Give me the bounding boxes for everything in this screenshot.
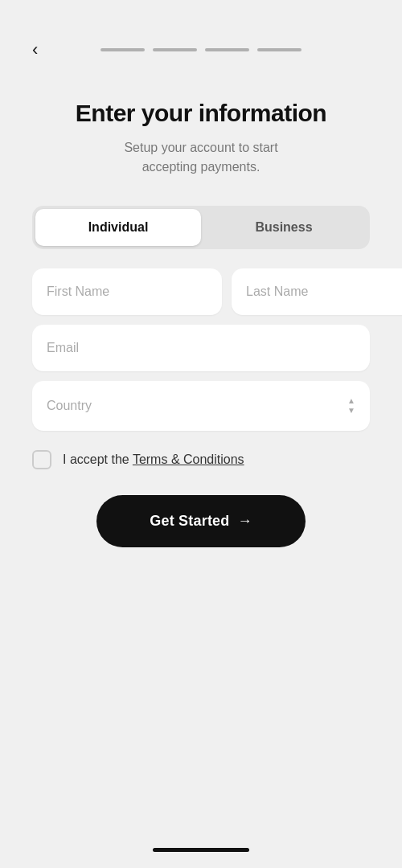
- page-title: Enter your information: [32, 100, 370, 127]
- progress-dash-4: [257, 48, 302, 51]
- home-indicator: [153, 848, 249, 852]
- toggle-business[interactable]: Business: [201, 209, 367, 246]
- terms-checkbox[interactable]: [32, 450, 51, 469]
- get-started-button[interactable]: Get Started →: [96, 495, 306, 547]
- terms-row: I accept the Terms & Conditions: [32, 450, 370, 469]
- header: Enter your information Setup your accoun…: [32, 100, 370, 177]
- back-button[interactable]: ‹: [32, 41, 38, 59]
- terms-label: I accept the Terms & Conditions: [63, 452, 244, 467]
- sort-arrows-icon: ▲ ▼: [347, 397, 355, 415]
- first-name-input[interactable]: [32, 268, 222, 315]
- country-selector[interactable]: Country ▲ ▼: [32, 381, 370, 431]
- arrow-right-icon: →: [238, 513, 252, 530]
- email-input[interactable]: [32, 325, 370, 371]
- terms-link[interactable]: Terms & Conditions: [133, 452, 244, 466]
- country-placeholder: Country: [47, 399, 92, 413]
- progress-dash-2: [153, 48, 197, 51]
- name-row: [32, 268, 370, 315]
- top-nav: ‹: [32, 0, 370, 68]
- toggle-individual[interactable]: Individual: [35, 209, 201, 246]
- account-type-toggle: Individual Business: [32, 206, 370, 249]
- progress-dash-1: [100, 48, 145, 51]
- last-name-input[interactable]: [232, 268, 402, 315]
- progress-dash-3: [205, 48, 249, 51]
- cta-label: Get Started: [150, 513, 229, 530]
- page-subtitle: Setup your account to startaccepting pay…: [32, 138, 370, 177]
- progress-bar: [32, 48, 370, 51]
